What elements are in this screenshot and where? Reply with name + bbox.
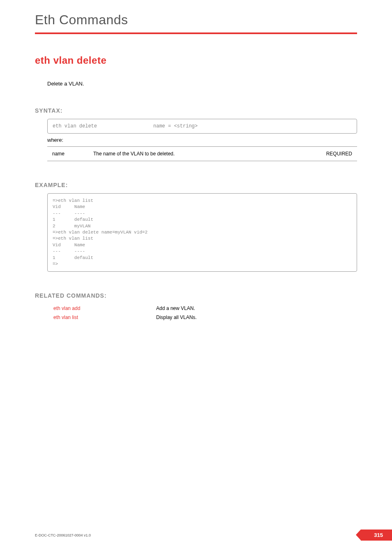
- command-title: eth vlan delete: [35, 55, 357, 66]
- command-description: Delete a VLAN.: [47, 81, 357, 87]
- footer-doc-id: E-DOC-CTC-20061027-0004 v1.0: [35, 533, 91, 537]
- table-row: eth vlan list Display all VLANs.: [53, 313, 197, 322]
- example-heading: EXAMPLE:: [35, 182, 357, 188]
- syntax-args: name = <string>: [153, 123, 198, 129]
- page-number: 315: [361, 530, 392, 541]
- table-row: eth vlan add Add a new VLAN.: [53, 304, 197, 313]
- related-description: Display all VLANs.: [156, 313, 197, 322]
- param-table: name The name of the VLAN to be deleted.…: [47, 146, 357, 161]
- example-box: =>eth vlan list Vid Name --- ---- 1 defa…: [47, 193, 357, 272]
- param-required: REQUIRED: [316, 147, 357, 161]
- header-title: Eth Commands: [35, 12, 357, 28]
- footer: E-DOC-CTC-20061027-0004 v1.0 315: [0, 530, 392, 541]
- syntax-command: eth vlan delete: [53, 123, 153, 129]
- where-label: where:: [47, 137, 357, 143]
- param-description: The name of the VLAN to be deleted.: [88, 147, 316, 161]
- param-name: name: [47, 147, 88, 161]
- related-command: eth vlan list: [53, 313, 156, 322]
- table-row: name The name of the VLAN to be deleted.…: [47, 147, 357, 161]
- related-command: eth vlan add: [53, 304, 156, 313]
- related-heading: RELATED COMMANDS:: [35, 292, 357, 299]
- related-table: eth vlan add Add a new VLAN. eth vlan li…: [53, 304, 197, 322]
- syntax-heading: SYNTAX:: [35, 107, 357, 114]
- related-description: Add a new VLAN.: [156, 304, 197, 313]
- syntax-box: eth vlan delete name = <string>: [47, 119, 357, 134]
- header-rule: [35, 32, 357, 34]
